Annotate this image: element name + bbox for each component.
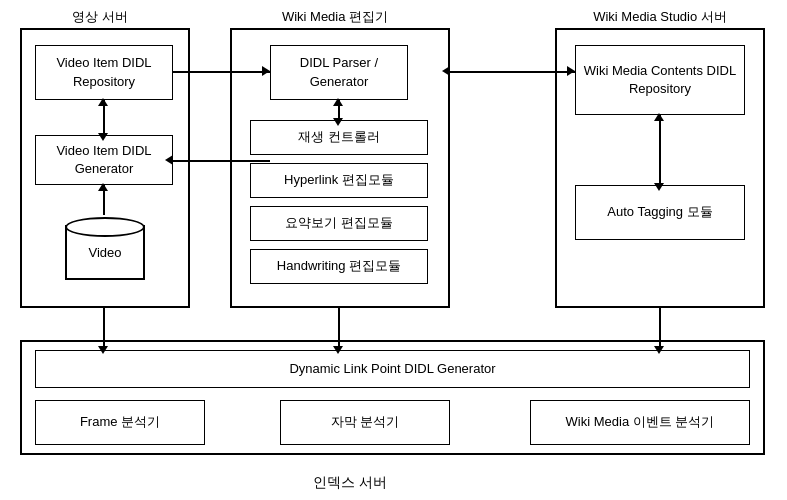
video-server-label: 영상 서버 xyxy=(30,8,170,26)
arrowhead-up-1 xyxy=(98,98,108,106)
arrow-editor-to-index xyxy=(338,308,340,348)
arrowhead-up-3 xyxy=(333,98,343,106)
arrowhead-left-2 xyxy=(442,66,450,76)
hyperlink-module-box: Hyperlink 편집모듈 xyxy=(250,163,428,198)
summary-module-box: 요약보기 편집모듈 xyxy=(250,206,428,241)
arrow-studio-to-index xyxy=(659,308,661,348)
arrowhead-right-1 xyxy=(262,66,270,76)
subtitle-analyzer-box: 자막 분석기 xyxy=(280,400,450,445)
dynamic-link-box: Dynamic Link Point DIDL Generator xyxy=(35,350,750,388)
arrowhead-up-4 xyxy=(654,113,664,121)
video-cylinder: Video xyxy=(65,215,145,285)
arrowhead-right-2 xyxy=(567,66,575,76)
wiki-media-editor-label: Wiki Media 편집기 xyxy=(230,8,440,26)
wiki-contents-didl-box: Wiki Media Contents DIDL Repository xyxy=(575,45,745,115)
didl-parser-box: DIDL Parser / Generator xyxy=(270,45,408,100)
arrow-video-to-index xyxy=(103,308,105,348)
arrowhead-down-2 xyxy=(333,118,343,126)
arrowhead-down-3 xyxy=(654,183,664,191)
frame-analyzer-box: Frame 분석기 xyxy=(35,400,205,445)
arrowhead-up-2 xyxy=(98,183,108,191)
handwriting-module-box: Handwriting 편집모듈 xyxy=(250,249,428,284)
arrowhead-down-4 xyxy=(98,346,108,354)
index-server-label: 인덱스 서버 xyxy=(313,474,387,492)
wiki-media-studio-label: Wiki Media Studio 서버 xyxy=(560,8,760,26)
arrow-parser-to-gen-h xyxy=(173,160,270,162)
arrowhead-down-1 xyxy=(98,133,108,141)
wiki-event-analyzer-box: Wiki Media 이벤트 분석기 xyxy=(530,400,750,445)
arrow-repo-to-parser-h xyxy=(173,71,270,73)
arrowhead-down-5 xyxy=(333,346,343,354)
architecture-diagram: 영상 서버 Wiki Media 편집기 Wiki Media Studio 서… xyxy=(0,0,787,500)
arrowhead-left-1 xyxy=(165,155,173,165)
video-didl-repo-box: Video Item DIDL Repository xyxy=(35,45,173,100)
auto-tagging-box: Auto Tagging 모듈 xyxy=(575,185,745,240)
video-didl-gen-box: Video Item DIDL Generator xyxy=(35,135,173,185)
arrow-parser-to-wiki-h xyxy=(450,71,575,73)
arrowhead-down-6 xyxy=(654,346,664,354)
arrow-wiki-v xyxy=(659,115,661,185)
